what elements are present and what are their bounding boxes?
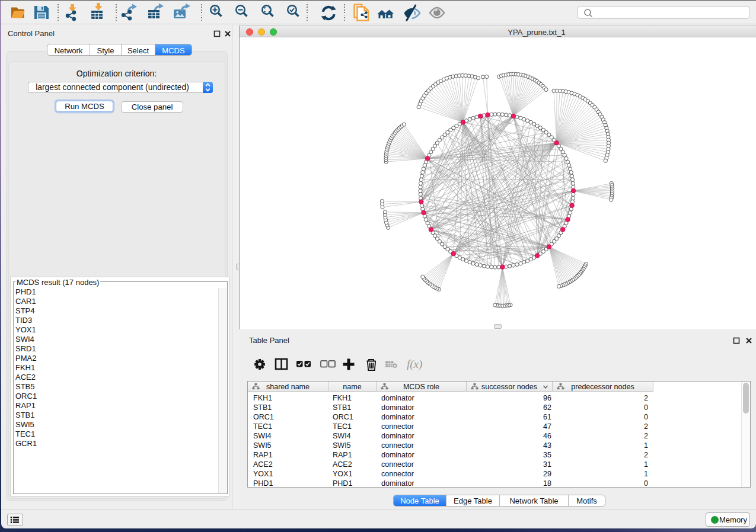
svg-text:f(x): f(x) [407, 358, 422, 371]
